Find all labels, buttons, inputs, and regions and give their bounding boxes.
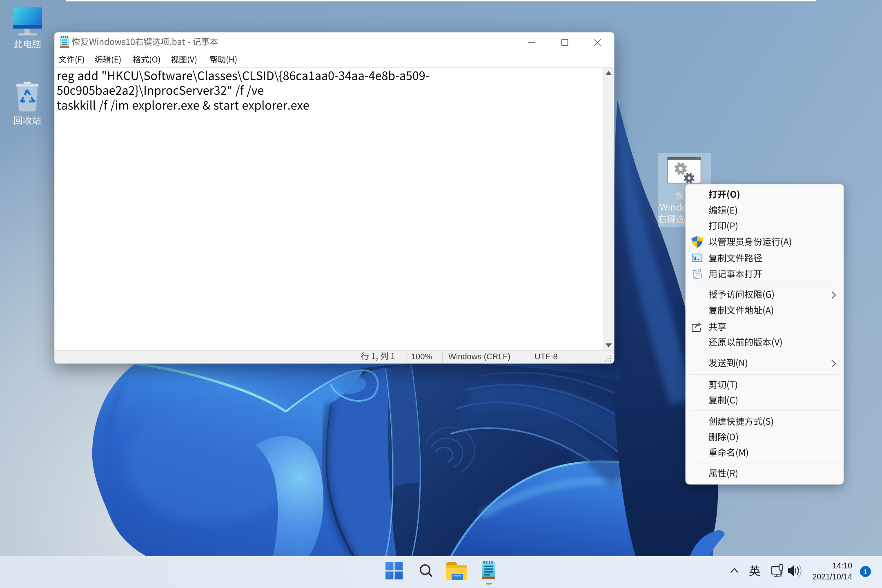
svg-text:Windows (CRLF): Windows (CRLF): [448, 352, 510, 361]
svg-text:\\..: \\..: [693, 255, 699, 261]
svg-text:14:10: 14:10: [832, 561, 852, 570]
svg-text:2021/10/14: 2021/10/14: [812, 572, 852, 581]
svg-text:UTF-8: UTF-8: [535, 352, 558, 361]
svg-text:100%: 100%: [411, 352, 432, 361]
svg-text:1: 1: [864, 568, 867, 575]
